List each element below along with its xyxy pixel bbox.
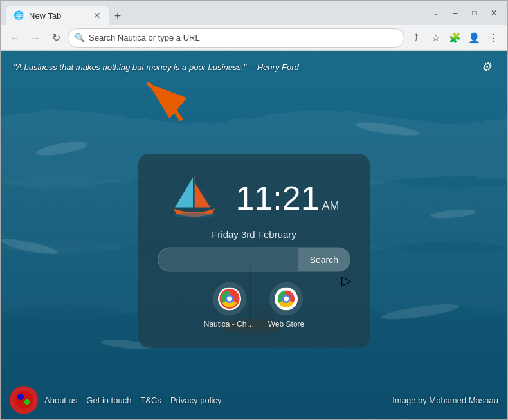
footer-links: About us Get in touch T&Cs Privacy polic… xyxy=(44,396,221,405)
maximize-button[interactable]: □ xyxy=(466,5,483,21)
back-button[interactable]: ← xyxy=(6,29,24,47)
footer-logo-svg xyxy=(14,390,33,410)
quote-text: "A business that makes nothing but money… xyxy=(14,62,299,72)
search-input[interactable] xyxy=(158,248,298,271)
svg-point-29 xyxy=(17,394,24,400)
address-text: Search Nautica or type a URL xyxy=(89,33,397,42)
tab-title: New Tab xyxy=(29,11,61,21)
search-icon: 🔍 xyxy=(75,33,85,42)
footer-link-terms[interactable]: T&Cs xyxy=(140,396,161,405)
chrome-icon-1 xyxy=(218,287,241,310)
extensions-button[interactable]: 🧩 xyxy=(446,29,464,47)
tab-close-button[interactable]: ✕ xyxy=(93,11,101,20)
svg-point-24 xyxy=(227,296,232,301)
title-bar: 🌐 New Tab ✕ + ⌄ – □ ✕ xyxy=(1,1,507,25)
shortcut-webstore[interactable]: Web Store xyxy=(268,282,304,328)
shortcut-label-1: Nautica - Chr... xyxy=(204,319,255,328)
svg-marker-15 xyxy=(195,183,210,207)
time-ampm: AM xyxy=(322,199,340,211)
svg-marker-14 xyxy=(175,177,193,207)
page-footer: About us Get in touch T&Cs Privacy polic… xyxy=(1,381,507,419)
clock-area: 11:21 AM xyxy=(158,172,350,223)
menu-button[interactable]: ⋮ xyxy=(484,29,502,47)
chrome-icon-2 xyxy=(275,287,298,310)
page-content: "A business that makes nothing but money… xyxy=(1,51,507,419)
new-tab-button[interactable]: + xyxy=(109,7,127,25)
refresh-button[interactable]: ↻ xyxy=(47,29,65,47)
nav-bar: ← → ↻ 🔍 Search Nautica or type a URL ⤴ ☆… xyxy=(1,25,507,51)
footer-credit: Image by Mohamed Masaau xyxy=(392,396,498,405)
date-display: Friday 3rd February xyxy=(212,228,296,239)
shortcut-label-2: Web Store xyxy=(268,319,304,328)
footer-link-about[interactable]: About us xyxy=(44,396,77,405)
share-button[interactable]: ⤴ xyxy=(407,29,425,47)
footer-link-contact[interactable]: Get in touch xyxy=(86,396,131,405)
sailboat-icon xyxy=(168,172,220,223)
time-display: 11:21 AM xyxy=(235,181,339,214)
tab-favicon: 🌐 xyxy=(14,10,24,21)
browser-window: 🌐 New Tab ✕ + ⌄ – □ ✕ ← → ↻ 🔍 Search Nau… xyxy=(0,0,508,420)
footer-link-privacy[interactable]: Privacy policy xyxy=(170,396,221,405)
close-button[interactable]: ✕ xyxy=(485,5,502,21)
forward-button[interactable]: → xyxy=(26,29,44,47)
svg-point-27 xyxy=(284,296,289,301)
search-button[interactable]: Search xyxy=(298,248,350,271)
shortcut-icon-wrapper-1 xyxy=(213,282,246,315)
clock-time: 11:21 AM xyxy=(235,181,339,214)
new-tab-widget: 11:21 AM Friday 3rd February Search xyxy=(138,154,370,347)
tab-area: 🌐 New Tab ✕ + xyxy=(6,1,425,25)
svg-point-28 xyxy=(15,391,33,409)
tab-search-button[interactable]: ⌄ xyxy=(428,5,444,21)
nav-actions: ⤴ ☆ 🧩 👤 ⋮ xyxy=(407,29,502,47)
svg-point-30 xyxy=(24,399,30,405)
search-bar[interactable]: Search xyxy=(158,247,350,271)
shortcuts-row: Nautica - Chr... xyxy=(204,282,304,328)
footer-logo xyxy=(10,386,38,414)
quote-bar: "A business that makes nothing but money… xyxy=(1,51,507,83)
settings-gear-icon[interactable]: ⚙ xyxy=(478,59,494,75)
window-controls: ⌄ – □ ✕ xyxy=(428,5,502,21)
time-digits: 11:21 xyxy=(235,181,319,214)
profile-button[interactable]: 👤 xyxy=(465,29,483,47)
svg-point-17 xyxy=(174,212,215,217)
active-tab[interactable]: 🌐 New Tab ✕ xyxy=(6,6,109,25)
minimize-button[interactable]: – xyxy=(447,5,464,21)
address-bar[interactable]: 🔍 Search Nautica or type a URL xyxy=(68,28,404,48)
bookmark-button[interactable]: ☆ xyxy=(426,29,444,47)
shortcut-nautica[interactable]: Nautica - Chr... xyxy=(204,282,255,328)
shortcut-icon-wrapper-2 xyxy=(269,282,303,315)
